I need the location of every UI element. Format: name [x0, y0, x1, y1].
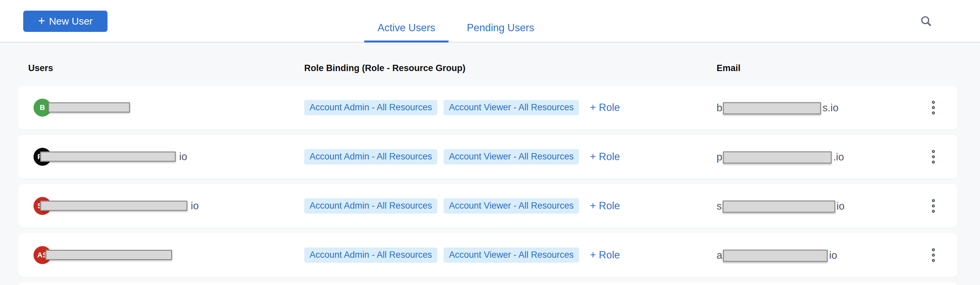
kebab-dot	[932, 254, 935, 257]
magnifier-glyph	[919, 14, 934, 29]
role-badge: Account Viewer - All Resources	[444, 247, 579, 263]
email-suffix: s.io	[822, 102, 838, 114]
email-redaction-bar	[723, 250, 828, 262]
email-prefix: s	[717, 200, 722, 212]
kebab-menu-button[interactable]	[929, 197, 938, 215]
kebab-dot	[932, 259, 935, 262]
table-row-partial	[18, 282, 958, 285]
role-badge: Account Admin - All Resources	[304, 247, 437, 263]
role-badge: Account Admin - All Resources	[304, 149, 437, 165]
kebab-dot	[932, 150, 935, 153]
role-badge: Account Viewer - All Resources	[444, 149, 579, 165]
kebab-menu-button[interactable]	[929, 247, 938, 264]
role-bindings: Account Admin - All Resources Account Vi…	[304, 247, 620, 263]
tab-bar: Active Users Pending Users	[364, 0, 547, 43]
add-role-link[interactable]: + Role	[590, 200, 620, 212]
role-badge: Account Viewer - All Resources	[444, 100, 579, 115]
column-header-email: Email	[717, 63, 740, 74]
name-redaction-bar	[48, 102, 130, 113]
email-text: b s.io	[717, 101, 839, 115]
name-suffix: io	[191, 200, 199, 212]
email-text: s io	[717, 199, 845, 213]
table-row: AS Account Admin - All Resources Account…	[18, 233, 958, 277]
kebab-dot	[932, 248, 935, 251]
kebab-dot	[932, 199, 935, 202]
role-badge: Account Viewer - All Resources	[444, 198, 579, 214]
users-table: Users Role Binding (Role - Resource Grou…	[0, 43, 980, 285]
table-row: PP io Account Admin - All Resources Acco…	[18, 135, 958, 179]
add-role-link[interactable]: + Role	[590, 249, 620, 261]
email-text: a io	[717, 248, 837, 262]
kebab-dot	[932, 112, 935, 115]
email-redaction-bar	[723, 152, 832, 164]
column-header-users: Users	[28, 63, 53, 74]
avatar-initials: B	[40, 103, 45, 112]
kebab-menu-button[interactable]	[929, 99, 938, 117]
email-suffix: .io	[833, 151, 844, 163]
kebab-dot	[932, 101, 935, 104]
email-text: p .io	[717, 150, 844, 164]
email-suffix: io	[829, 249, 837, 261]
email-redaction-bar	[723, 102, 821, 115]
email-prefix: a	[717, 249, 722, 261]
top-bar: + New User Active Users Pending Users	[0, 0, 980, 43]
role-bindings: Account Admin - All Resources Account Vi…	[304, 198, 620, 214]
table-row: SP io Account Admin - All Resources Acco…	[18, 184, 958, 228]
role-bindings: Account Admin - All Resources Account Vi…	[304, 100, 620, 115]
email-suffix: io	[837, 200, 845, 212]
tab-active-users[interactable]: Active Users	[364, 22, 449, 43]
kebab-dot	[932, 155, 935, 159]
role-badge: Account Admin - All Resources	[304, 198, 437, 214]
new-user-button-label: New User	[49, 16, 93, 27]
table-header-row: Users Role Binding (Role - Resource Grou…	[0, 43, 980, 86]
add-role-link[interactable]: + Role	[590, 151, 620, 163]
table-row: B Account Admin - All Resources Account …	[18, 86, 958, 130]
kebab-dot	[932, 161, 935, 164]
name-redaction-bar	[45, 250, 172, 260]
column-header-role-binding: Role Binding (Role - Resource Group)	[304, 63, 465, 74]
role-badge: Account Admin - All Resources	[304, 100, 437, 115]
add-role-link[interactable]: + Role	[590, 102, 620, 114]
name-redaction-bar	[40, 201, 188, 211]
plus-icon: +	[38, 15, 45, 27]
email-prefix: p	[717, 151, 722, 163]
kebab-menu-button[interactable]	[929, 148, 938, 166]
email-redaction-bar	[722, 201, 835, 213]
role-bindings: Account Admin - All Resources Account Vi…	[304, 149, 620, 165]
kebab-dot	[932, 205, 935, 208]
email-prefix: b	[717, 102, 722, 114]
kebab-dot	[932, 106, 935, 109]
tab-pending-users[interactable]: Pending Users	[453, 22, 547, 43]
name-redaction-bar	[40, 152, 176, 162]
search-icon[interactable]	[919, 14, 934, 29]
name-suffix: io	[179, 151, 187, 163]
kebab-dot	[932, 210, 935, 213]
new-user-button[interactable]: + New User	[23, 11, 108, 32]
